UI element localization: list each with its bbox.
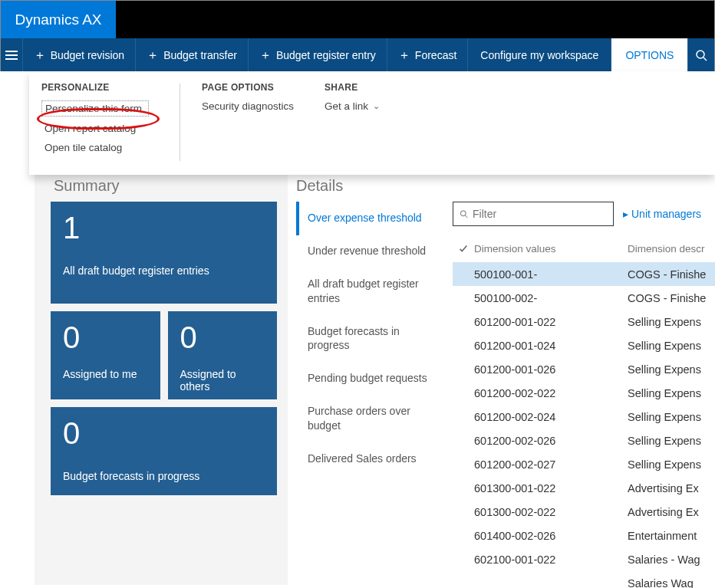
cell-dimension-value: 500100-001-: [474, 268, 628, 281]
details-nav-item[interactable]: Delivered Sales orders: [305, 442, 439, 475]
table-body: 500100-001-COGS - Finishe500100-002-COGS…: [453, 262, 715, 588]
filter-input[interactable]: [473, 208, 607, 220]
table-row[interactable]: 601400-002-026Entertainment: [453, 524, 715, 547]
cell-dimension-descr: COGS - Finishe: [628, 292, 715, 304]
svg-point-2: [460, 211, 466, 216]
tile-count: 0: [180, 322, 265, 353]
table-row[interactable]: 601200-001-026Selling Expens: [453, 357, 715, 381]
table-header: Dimension values Dimension descr: [453, 240, 715, 262]
security-diagnostics[interactable]: Security diagnostics: [202, 100, 294, 112]
personalize-header: PERSONALIZE: [41, 82, 149, 93]
open-report-catalog[interactable]: Open report catalog: [41, 121, 149, 136]
cell-dimension-value: 500100-002-: [474, 292, 628, 304]
cell-dimension-descr: Entertainment: [628, 530, 715, 542]
cell-dimension-descr: Selling Expens: [628, 316, 715, 328]
cell-dimension-value: 601200-002-026: [474, 435, 628, 447]
svg-line-1: [703, 57, 707, 61]
options-panel-wrap: PERSONALIZE Personalize this form Open r…: [0, 71, 715, 175]
search-button[interactable]: [687, 38, 714, 72]
budget-revision-button[interactable]: ＋ Budget revision: [23, 38, 137, 72]
unit-managers-link[interactable]: ▸ Unit managers: [623, 208, 701, 220]
table-row[interactable]: 602100-001-022Salaries - Wag: [453, 547, 715, 571]
col-dimension-values[interactable]: Dimension values: [474, 243, 628, 255]
details-nav-item[interactable]: Pending budget requests: [305, 362, 439, 395]
table-row[interactable]: 500100-001-COGS - Finishe: [453, 262, 715, 286]
budget-register-entry-label: Budget register entry: [276, 49, 376, 61]
cell-dimension-descr: Advertising Ex: [628, 482, 715, 494]
cell-dimension-descr: Selling Expens: [628, 387, 715, 399]
checkmark-icon: [458, 243, 469, 254]
cell-dimension-value: 601200-002-024: [474, 411, 628, 423]
cell-dimension-value: 601200-001-022: [474, 316, 628, 328]
cell-dimension-value: 602100-001-022: [474, 554, 628, 566]
configure-workspace-button[interactable]: Configure my workspace: [468, 38, 611, 72]
details-nav-item[interactable]: Under revenue threshold: [305, 235, 439, 268]
table-row[interactable]: Salaries Wag: [453, 571, 715, 588]
tile-forecasts-progress[interactable]: 0 Budget forecasts in progress: [51, 407, 277, 495]
cell-dimension-descr: Selling Expens: [628, 411, 715, 423]
filter-input-wrap[interactable]: [453, 202, 614, 226]
filter-row: ▸ Unit managers: [453, 202, 715, 226]
details-content: ▸ Unit managers Dimension values Dimensi…: [453, 202, 715, 588]
brand-bar: Dynamics AX: [1, 1, 714, 38]
personalize-column: PERSONALIZE Personalize this form Open r…: [41, 82, 149, 167]
cell-dimension-value: 601200-002-027: [474, 458, 628, 471]
cell-dimension-value: 601300-002-022: [474, 506, 628, 518]
table-row[interactable]: 500100-002-COGS - Finishe: [453, 286, 715, 310]
details-nav-item[interactable]: Over expense threshold: [305, 202, 439, 235]
budget-revision-label: Budget revision: [51, 49, 125, 61]
table-row[interactable]: 601200-002-026Selling Expens: [453, 429, 715, 452]
svg-point-0: [697, 51, 704, 58]
tile-assigned-others[interactable]: 0 Assigned to others: [168, 311, 278, 399]
get-a-link[interactable]: Get a link ⌄: [325, 100, 380, 112]
col-dimension-descr[interactable]: Dimension descr: [628, 243, 715, 255]
brand-logo[interactable]: Dynamics AX: [1, 1, 116, 38]
cell-dimension-descr: Advertising Ex: [628, 506, 715, 518]
budget-transfer-button[interactable]: ＋ Budget transfer: [136, 38, 249, 72]
personalize-this-form[interactable]: Personalize this form: [41, 100, 149, 117]
details-active-marker: [296, 202, 299, 235]
triangle-right-icon: ▸: [623, 208, 628, 220]
table-row[interactable]: 601200-001-024Selling Expens: [453, 333, 715, 357]
configure-workspace-label: Configure my workspace: [480, 49, 598, 61]
share-column: SHARE Get a link ⌄: [325, 82, 380, 167]
table-row[interactable]: 601200-001-022Selling Expens: [453, 310, 715, 333]
tile-assigned-me[interactable]: 0 Assigned to me: [51, 311, 160, 399]
svg-line-3: [466, 215, 468, 218]
table-row[interactable]: 601300-001-022Advertising Ex: [453, 476, 715, 500]
details-nav-item[interactable]: Budget forecasts in progress: [305, 315, 439, 363]
open-tile-catalog[interactable]: Open tile catalog: [41, 140, 149, 155]
cell-dimension-value: 601200-001-026: [474, 363, 628, 376]
cell-dimension-descr: Selling Expens: [628, 435, 715, 447]
hamburger-icon: [5, 51, 18, 60]
budget-register-entry-button[interactable]: ＋ Budget register entry: [249, 38, 387, 72]
options-tab[interactable]: OPTIONS: [611, 38, 687, 72]
cell-dimension-descr: Selling Expens: [628, 458, 715, 471]
table-header-check[interactable]: [453, 243, 474, 255]
hamburger-menu[interactable]: [1, 38, 23, 72]
tile-label: Assigned to me: [63, 368, 148, 380]
cell-dimension-value: 601200-001-024: [474, 340, 628, 352]
cell-dimension-descr: COGS - Finishe: [628, 268, 715, 281]
cell-dimension-descr: Salaries - Wag: [628, 554, 715, 566]
forecast-button[interactable]: ＋ Forecast: [387, 38, 468, 72]
details-nav-item[interactable]: All draft budget register entries: [305, 268, 439, 315]
get-a-link-label: Get a link: [325, 100, 368, 112]
details-nav-item[interactable]: Purchase orders over budget: [305, 395, 439, 442]
tile-label: Budget forecasts in progress: [63, 470, 265, 482]
table-row[interactable]: 601300-002-022Advertising Ex: [453, 500, 715, 524]
plus-icon: ＋: [147, 48, 159, 64]
plus-icon: ＋: [398, 48, 410, 64]
unit-managers-label: Unit managers: [631, 208, 701, 220]
table-row[interactable]: 601200-002-027Selling Expens: [453, 452, 715, 476]
details-nav: Over expense thresholdUnder revenue thre…: [305, 202, 439, 475]
table-row[interactable]: 601200-002-024Selling Expens: [453, 405, 715, 429]
search-icon: [695, 49, 707, 61]
cell-dimension-value: 601300-001-022: [474, 482, 628, 494]
tile-draft-entries[interactable]: 1 All draft budget register entries: [51, 202, 277, 304]
budget-transfer-label: Budget transfer: [163, 49, 237, 61]
table-row[interactable]: 601200-002-022Selling Expens: [453, 381, 715, 405]
options-label: OPTIONS: [625, 49, 674, 61]
share-header: SHARE: [325, 82, 380, 93]
summary-header: Summary: [54, 177, 120, 195]
